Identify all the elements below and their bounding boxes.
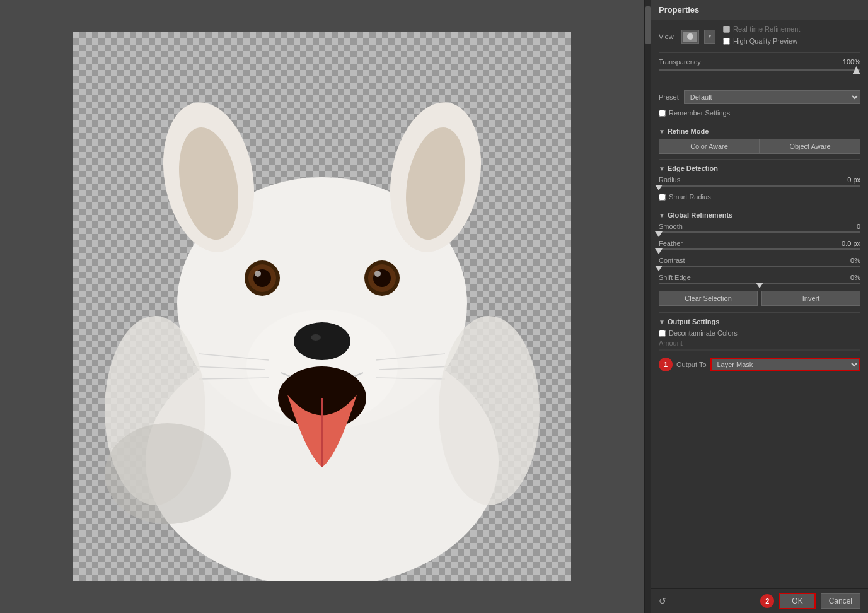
output-to-select[interactable]: Layer Mask Selection New Layer New Layer… [710,358,861,371]
feather-label: Feather [659,240,683,247]
output-to-label: Output To [676,361,707,368]
badge-2: 2 [760,594,774,608]
contrast-thumb[interactable] [655,266,663,271]
smooth-track[interactable] [659,231,860,233]
radius-thumb[interactable] [655,185,663,190]
shift-edge-row-header: Shift Edge 0% [659,274,860,281]
remember-settings-label: Remember Settings [669,109,730,117]
edge-detection-arrow: ▼ [659,165,665,172]
transparency-track [659,69,860,71]
svg-point-16 [255,271,261,277]
preset-label: Preset [659,93,679,101]
view-dropdown-btn[interactable]: ▼ [704,30,715,44]
refine-buttons: Color Aware Object Aware [659,139,860,154]
output-settings-arrow: ▼ [659,318,665,325]
amount-row: Amount [659,339,860,347]
refine-mode-arrow: ▼ [659,128,665,135]
feather-slider-row: Feather 0.0 px [659,240,860,250]
shift-edge-track[interactable] [659,283,860,284]
dog-svg [73,32,571,581]
smooth-row-header: Smooth 0 [659,223,860,230]
feather-row-header: Feather 0.0 px [659,240,860,247]
svg-point-11 [294,322,350,360]
feather-value: 0.0 px [835,240,860,247]
shift-edge-thumb[interactable] [756,283,763,288]
action-buttons: Clear Selection Invert [659,291,860,306]
bottom-left: ↺ [659,596,666,606]
feather-track[interactable] [659,248,860,250]
high-quality-preview-checkbox[interactable] [723,38,730,45]
remember-settings-row: Remember Settings [659,109,860,117]
svg-point-29 [439,316,540,505]
badge-1: 1 [659,358,673,371]
smooth-value: 0 [835,223,860,230]
radius-track[interactable] [659,185,860,187]
global-refinements-header[interactable]: ▼ Global Refinements [659,211,860,219]
clear-selection-button[interactable]: Clear Selection [659,291,758,306]
invert-button[interactable]: Invert [761,291,860,306]
preset-select[interactable]: Default [684,90,860,104]
canvas-image [73,32,571,581]
object-aware-button[interactable]: Object Aware [760,139,860,154]
contrast-value: 0% [835,257,860,264]
transparency-label: Transparency [659,58,701,66]
divider-2 [659,85,860,85]
contrast-label: Contrast [659,257,685,264]
properties-sidebar: Properties View ▼ Real-time Refinement [651,0,868,613]
divider-5 [659,206,860,206]
output-to-container: 1 Output To Layer Mask Selection New Lay… [659,358,860,371]
smart-radius-checkbox[interactable] [659,194,666,201]
smooth-slider-row: Smooth 0 [659,223,860,233]
radius-slider-row: Radius 0 px [659,176,860,187]
feather-thumb[interactable] [655,248,663,254]
global-refinements-title: Global Refinements [668,211,732,219]
contrast-track[interactable] [659,266,860,267]
refine-mode-title: Refine Mode [668,127,709,135]
transparency-thumb[interactable] [853,66,860,74]
edge-detection-title: Edge Detection [668,165,718,172]
amount-track [659,349,860,351]
svg-point-12 [311,334,321,341]
amount-label: Amount [659,339,683,347]
scroll-thumb[interactable] [645,6,651,44]
transparency-value: 100% [835,58,860,66]
view-thumbnail[interactable] [681,30,699,44]
smart-radius-row: Smart Radius [659,193,860,201]
color-aware-button[interactable]: Color Aware [659,139,760,154]
divider-4 [659,159,860,160]
contrast-slider-row: Contrast 0% [659,257,860,267]
shift-edge-slider-row: Shift Edge 0% [659,274,860,284]
contrast-row-header: Contrast 0% [659,257,860,264]
thumbnail-icon [683,32,697,42]
reset-icon[interactable]: ↺ [659,596,666,606]
smooth-thumb[interactable] [655,231,663,237]
output-settings-title: Output Settings [668,318,720,325]
refine-mode-header[interactable]: ▼ Refine Mode [659,127,860,135]
remember-settings-checkbox[interactable] [659,110,666,117]
svg-point-32 [687,33,693,40]
view-row: View ▼ Real-time Refinement High Quality… [659,25,860,47]
realtime-refinement-checkbox[interactable] [723,26,730,33]
output-settings-header[interactable]: ▼ Output Settings [659,318,860,325]
radius-row-header: Radius 0 px [659,176,860,184]
shift-edge-value: 0% [835,274,860,281]
divider-6 [659,312,860,313]
high-quality-preview-row: High Quality Preview [723,37,860,45]
edge-detection-header[interactable]: ▼ Edge Detection [659,165,860,172]
shift-edge-label: Shift Edge [659,274,691,281]
svg-point-20 [374,271,381,277]
ok-button[interactable]: OK [779,593,815,609]
decontaminate-colors-row: Decontaminate Colors [659,329,860,337]
bottom-bar: ↺ 2 OK Cancel [651,588,868,613]
canvas-area [0,0,644,613]
cancel-button[interactable]: Cancel [821,593,860,609]
smooth-label: Smooth [659,223,683,230]
scroll-bar[interactable] [644,0,651,613]
transparency-slider-container[interactable] [659,69,860,79]
radius-label: Radius [659,176,680,184]
radius-value: 0 px [835,176,860,184]
high-quality-preview-label: High Quality Preview [733,37,797,45]
divider-3 [659,122,860,122]
global-refinements-arrow: ▼ [659,212,665,219]
decontaminate-colors-checkbox[interactable] [659,330,666,337]
